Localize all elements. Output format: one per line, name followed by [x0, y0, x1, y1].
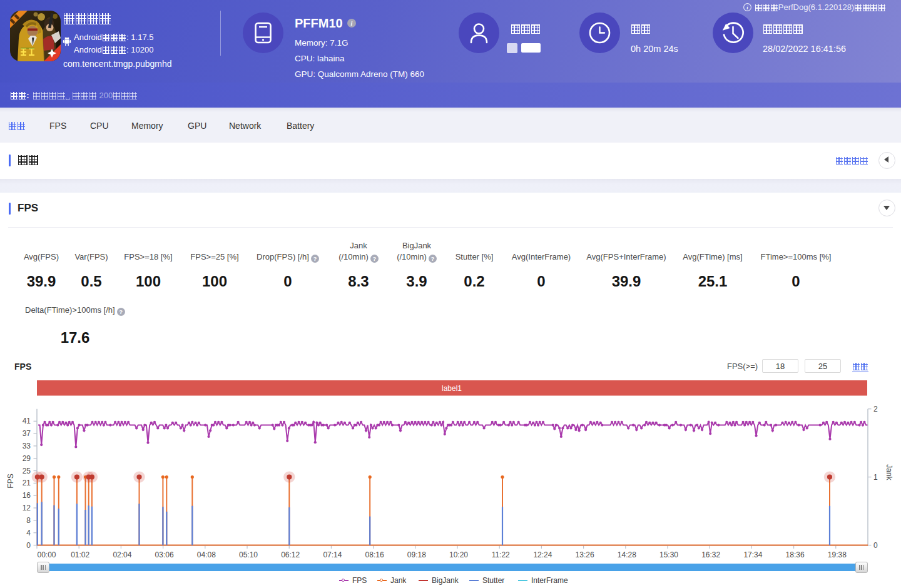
svg-text:07:14: 07:14	[323, 550, 342, 559]
svg-text:05:10: 05:10	[239, 550, 258, 559]
svg-text:17:34: 17:34	[743, 550, 762, 559]
svg-text:15:30: 15:30	[659, 550, 678, 559]
svg-text:21: 21	[23, 479, 31, 487]
svg-text:11:22: 11:22	[492, 550, 510, 559]
svg-text:12:24: 12:24	[533, 550, 552, 559]
svg-text:13:26: 13:26	[576, 550, 594, 559]
svg-text:i: i	[351, 20, 353, 27]
svg-text:12: 12	[23, 504, 31, 512]
svg-text:37: 37	[23, 429, 31, 438]
svg-text:8: 8	[26, 516, 31, 525]
svg-text:33: 33	[23, 442, 31, 450]
svg-text:03:06: 03:06	[155, 550, 174, 559]
svg-text:1: 1	[873, 473, 878, 482]
svg-text:Jank: Jank	[885, 464, 893, 480]
svg-text:2: 2	[873, 405, 878, 413]
svg-text:16:32: 16:32	[701, 550, 720, 559]
svg-text:0: 0	[26, 541, 31, 550]
svg-text:02:04: 02:04	[113, 550, 131, 559]
svg-text:06:12: 06:12	[281, 550, 300, 559]
svg-text:04:08: 04:08	[197, 550, 216, 559]
svg-text:FPS: FPS	[6, 474, 15, 488]
svg-text:41: 41	[23, 417, 31, 425]
svg-text:i: i	[746, 4, 748, 11]
svg-text:29: 29	[23, 454, 31, 463]
svg-text:18:36: 18:36	[786, 550, 805, 559]
svg-text:08:16: 08:16	[365, 550, 384, 559]
svg-text:16: 16	[23, 491, 31, 500]
svg-text:25: 25	[23, 467, 31, 475]
svg-text:19:38: 19:38	[828, 550, 847, 559]
svg-text:09:18: 09:18	[407, 550, 426, 559]
svg-text:00:00: 00:00	[37, 550, 56, 559]
svg-text:label1: label1	[442, 384, 462, 393]
svg-text:14:28: 14:28	[618, 550, 636, 559]
svg-text:4: 4	[26, 529, 31, 537]
svg-text:10:20: 10:20	[449, 550, 468, 559]
svg-text:01:02: 01:02	[71, 550, 89, 559]
svg-text:0: 0	[873, 541, 878, 550]
